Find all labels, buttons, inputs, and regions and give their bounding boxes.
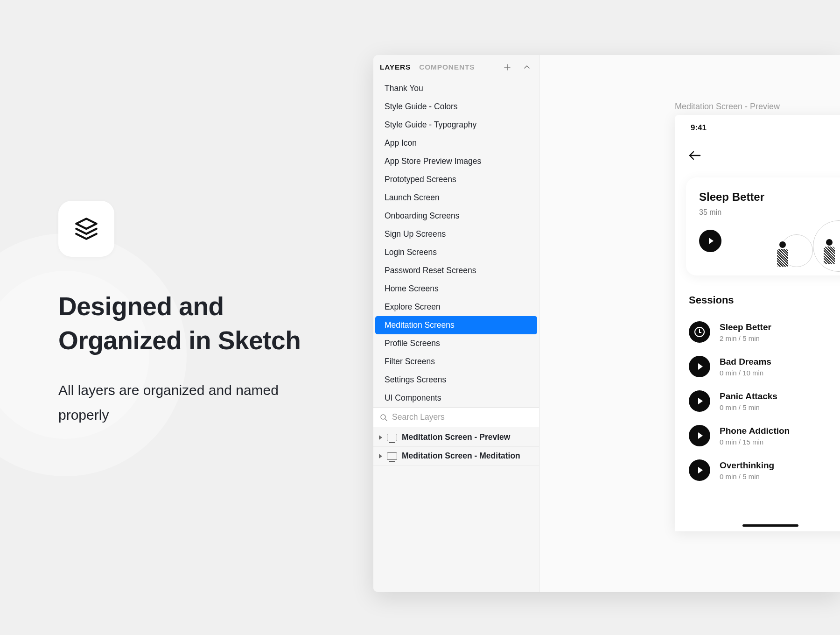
session-subtitle: 2 min / 5 min	[720, 334, 771, 342]
status-bar: 9:41	[675, 115, 840, 136]
layer-item[interactable]: Sign Up Screens	[375, 225, 537, 243]
layer-item[interactable]: Filter Screens	[375, 353, 537, 371]
layer-item[interactable]: Prototyped Screens	[375, 170, 537, 189]
layer-item[interactable]: Password Reset Screens	[375, 261, 537, 280]
play-icon	[698, 467, 703, 473]
heading-line-1: Designed and	[58, 292, 224, 321]
plus-icon[interactable]	[502, 62, 513, 73]
session-title: Overthinking	[720, 460, 774, 471]
heading-line-2: Organized in Sketch	[58, 326, 301, 355]
session-text: Bad Dreams 0 min / 10 min	[720, 357, 771, 377]
session-subtitle: 0 min / 5 min	[720, 403, 777, 411]
session-text: Panic Attacks 0 min / 5 min	[720, 391, 777, 411]
search-icon	[380, 414, 387, 421]
session-subtitle: 0 min / 10 min	[720, 369, 771, 377]
page-heading: Designed and Organized in Sketch	[58, 289, 301, 357]
phone-artboard: 9:41 Sleep Better 35 min Sessio	[675, 115, 840, 531]
session-text: Sleep Better 2 min / 5 min	[720, 322, 771, 342]
session-subtitle: 0 min / 5 min	[720, 473, 774, 480]
session-subtitle: 0 min / 15 min	[720, 438, 790, 446]
session-icon-wrap[interactable]	[689, 459, 710, 481]
artboard-title: Meditation Screen - Preview	[675, 102, 780, 112]
layer-item[interactable]: Meditation Screens	[375, 316, 537, 334]
tab-components[interactable]: COMPONENTS	[419, 63, 475, 71]
artboard-icon	[387, 452, 397, 460]
session-title: Bad Dreams	[720, 357, 771, 367]
session-icon-wrap[interactable]	[689, 321, 710, 343]
sidebar-tabs: LAYERS COMPONENTS	[373, 55, 539, 78]
layer-item[interactable]: Launch Screen	[375, 189, 537, 207]
artboard-row[interactable]: Meditation Screen - Preview	[373, 428, 539, 447]
search-input[interactable]	[392, 412, 532, 422]
layer-item[interactable]: UI Components	[375, 389, 537, 407]
layers-sidebar: LAYERS COMPONENTS Thank YouStyle Guide -…	[373, 55, 539, 592]
status-time: 9:41	[691, 123, 707, 133]
layer-item[interactable]: Login Screens	[375, 243, 537, 261]
featured-card[interactable]: Sleep Better 35 min	[686, 177, 840, 275]
layer-item[interactable]: App Icon	[375, 134, 537, 152]
layer-item[interactable]: App Store Preview Images	[375, 152, 537, 170]
session-row[interactable]: Sleep Better 2 min / 5 min	[675, 315, 840, 349]
artboard-list: Meditation Screen - Preview Meditation S…	[373, 427, 539, 466]
artboard-row[interactable]: Meditation Screen - Meditation	[373, 447, 539, 466]
layer-item[interactable]: Style Guide - Colors	[375, 98, 537, 116]
play-button[interactable]	[699, 230, 721, 252]
session-text: Overthinking 0 min / 5 min	[720, 460, 774, 480]
sessions-list: Sleep Better 2 min / 5 min Bad Dreams 0 …	[675, 315, 840, 487]
session-icon-wrap[interactable]	[689, 356, 710, 377]
page-subtext: All layers are organized and named prope…	[58, 378, 301, 427]
search-layers-row	[373, 407, 539, 427]
clock-icon	[694, 327, 705, 337]
session-row[interactable]: Panic Attacks 0 min / 5 min	[675, 384, 840, 418]
play-icon	[698, 398, 703, 404]
artboard-icon	[387, 434, 397, 441]
layer-item[interactable]: Onboarding Screens	[375, 207, 537, 225]
play-icon	[698, 363, 703, 370]
session-row[interactable]: Overthinking 0 min / 5 min	[675, 453, 840, 487]
tab-layers[interactable]: LAYERS	[380, 63, 411, 71]
session-title: Sleep Better	[720, 322, 771, 332]
back-arrow-icon[interactable]	[675, 136, 840, 170]
sessions-heading: Sessions	[689, 294, 840, 306]
play-icon	[698, 432, 703, 439]
session-title: Panic Attacks	[720, 391, 777, 402]
chevron-up-icon[interactable]	[521, 62, 532, 73]
artboard-label: Meditation Screen - Preview	[402, 432, 510, 442]
logo-icon	[58, 201, 114, 257]
disclosure-triangle-icon[interactable]	[379, 435, 382, 440]
layer-item[interactable]: Style Guide - Typography	[375, 116, 537, 134]
layer-item[interactable]: Thank You	[375, 79, 537, 98]
svg-line-2	[385, 419, 387, 421]
layer-list: Thank YouStyle Guide - ColorsStyle Guide…	[373, 78, 539, 407]
layer-item[interactable]: Profile Screens	[375, 334, 537, 353]
disclosure-triangle-icon[interactable]	[379, 454, 382, 459]
canvas-area: Meditation Screen - Preview 9:41 Sleep B…	[539, 55, 840, 592]
sketch-app-window: LAYERS COMPONENTS Thank YouStyle Guide -…	[373, 55, 840, 592]
layer-item[interactable]: Home Screens	[375, 280, 537, 298]
artboard-label: Meditation Screen - Meditation	[402, 451, 520, 461]
layer-item[interactable]: Settings Screens	[375, 371, 537, 389]
session-icon-wrap[interactable]	[689, 425, 710, 446]
svg-marker-0	[76, 219, 96, 229]
session-row[interactable]: Bad Dreams 0 min / 10 min	[675, 349, 840, 384]
card-illustration	[766, 216, 840, 275]
session-row[interactable]: Phone Addiction 0 min / 15 min	[675, 418, 840, 453]
session-icon-wrap[interactable]	[689, 390, 710, 412]
home-indicator	[742, 524, 798, 527]
session-text: Phone Addiction 0 min / 15 min	[720, 426, 790, 446]
card-title: Sleep Better	[699, 190, 840, 204]
session-title: Phone Addiction	[720, 426, 790, 436]
layer-item[interactable]: Explore Screen	[375, 298, 537, 316]
